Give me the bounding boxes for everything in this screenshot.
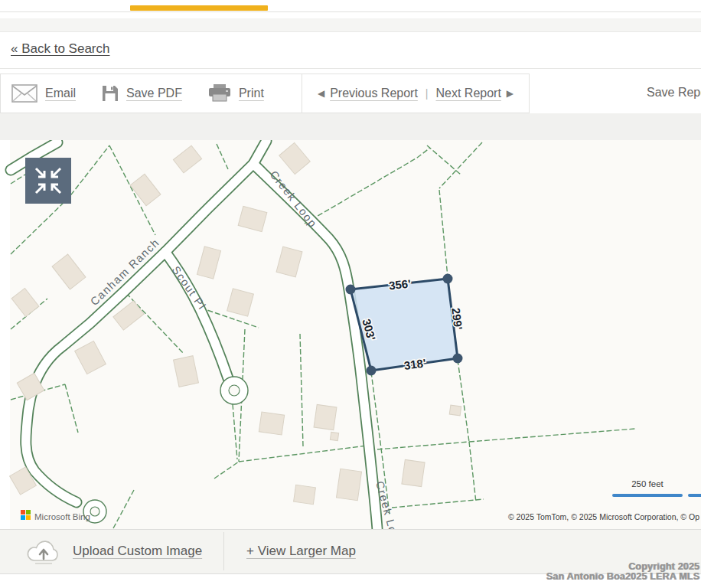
print-button[interactable]: Print — [208, 84, 264, 103]
dimension-top: 356' — [388, 277, 411, 292]
email-label: Email — [45, 87, 76, 100]
copyright-watermark: Copyright 2025 San Antonio Boa2025 LERA … — [546, 562, 699, 582]
copyright-line-2: San Antonio Boa2025 LERA MLS — [546, 572, 699, 582]
toolbar-actions: Email Save PDF Print — [1, 84, 302, 103]
header-band — [0, 18, 701, 32]
next-report-link[interactable]: Next Report — [435, 87, 500, 100]
back-to-search-link[interactable]: « Back to Search — [11, 41, 109, 56]
upload-custom-image-link[interactable]: Upload Custom Image — [73, 544, 202, 558]
logo-square-yellow — [26, 515, 31, 520]
footer-divider — [223, 532, 224, 570]
scale-bar-label: 250 feet — [631, 479, 664, 488]
provider-name: Microsoft Bing — [34, 512, 90, 521]
active-tab-indicator[interactable] — [130, 5, 268, 11]
previous-report-link[interactable]: Previous Report — [330, 87, 418, 100]
view-larger-map-link[interactable]: + View Larger Map — [246, 544, 356, 558]
printer-icon — [208, 84, 231, 103]
floppy-disk-icon — [102, 85, 119, 102]
dimension-right: 299' — [449, 307, 465, 330]
envelope-icon — [11, 84, 37, 103]
previous-arrow-icon: ◀ — [318, 88, 324, 99]
logo-square-blue — [21, 515, 25, 520]
report-navigation: ◀ Previous Report | Next Report ▶ — [302, 74, 529, 113]
report-toolbar: Email Save PDF Print ◀ Previous Report | — [0, 74, 530, 113]
tab-bar — [0, 0, 701, 12]
save-pdf-label: Save PDF — [126, 87, 182, 100]
save-report-link[interactable]: Save Report — [647, 86, 701, 99]
report-nav-separator: | — [425, 87, 429, 100]
upload-cloud-icon[interactable] — [26, 539, 61, 568]
divider-line — [0, 68, 701, 69]
toolbar-lower-band — [0, 113, 701, 140]
parcel-map[interactable]: Creek Loop Canham Ranch Scout Pl Creek L… — [0, 140, 701, 529]
logo-square-green — [26, 510, 31, 514]
save-pdf-button[interactable]: Save PDF — [102, 85, 182, 102]
next-arrow-icon: ▶ — [507, 88, 514, 99]
email-button[interactable]: Email — [11, 84, 76, 103]
map-attribution: © 2025 TomTom, © 2025 Microsoft Corporat… — [508, 512, 699, 521]
collapse-map-button[interactable] — [25, 158, 71, 204]
logo-square-red — [21, 510, 25, 514]
print-label: Print — [239, 87, 264, 100]
